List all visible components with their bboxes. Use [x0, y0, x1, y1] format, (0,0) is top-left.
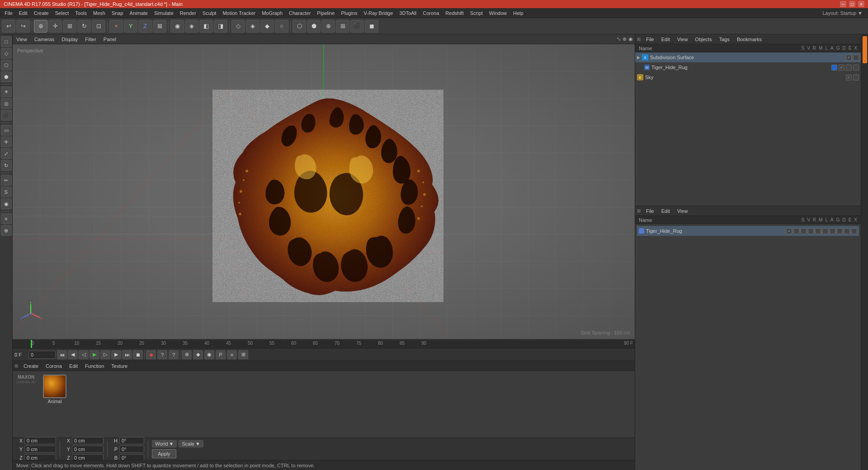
transport-play[interactable]: ▶	[90, 350, 99, 359]
attr-tiger-row[interactable]: Tiger_Hide_Rug ✓	[637, 226, 859, 236]
transport-stop[interactable]: ⏹	[133, 350, 143, 359]
menu-pipeline[interactable]: Pipeline	[314, 9, 337, 17]
material-item[interactable]: Animal	[43, 375, 66, 404]
mat-menu-function[interactable]: Function	[83, 362, 106, 370]
transport-step-back[interactable]: ◀	[68, 350, 78, 359]
object-list[interactable]: ▶ S Subdivision Surface ✓ M Tiger_Hide_R…	[635, 52, 861, 206]
menu-mesh[interactable]: Mesh	[90, 9, 108, 17]
obj-menu-bookmarks[interactable]: Bookmarks	[735, 36, 764, 43]
undo-button[interactable]: ↩	[2, 20, 15, 33]
attr-menu-view[interactable]: View	[675, 207, 690, 215]
scale-button[interactable]: ⊞	[63, 20, 76, 33]
p-input[interactable]	[119, 446, 144, 453]
point-mode-button[interactable]: ○	[275, 20, 288, 33]
xray-button[interactable]: ⬛	[350, 20, 364, 33]
attr-flag-10[interactable]	[851, 228, 857, 234]
attr-flag-9[interactable]	[844, 228, 850, 234]
edge-mode-button[interactable]: ◆	[260, 20, 274, 33]
menu-mograph[interactable]: MoGraph	[259, 9, 285, 17]
menu-corona[interactable]: Corona	[420, 9, 442, 17]
sculpt-button[interactable]: ◉	[1, 198, 12, 209]
transport-preview[interactable]: ?	[169, 350, 179, 359]
close-button[interactable]: ×	[858, 1, 864, 7]
vp-menu-filter[interactable]: Filter	[83, 36, 98, 43]
menu-create[interactable]: Create	[31, 9, 52, 17]
transport-key-frame[interactable]: ◆	[193, 350, 203, 359]
menu-file[interactable]: File	[2, 9, 15, 17]
menu-redshift[interactable]: Redshift	[443, 9, 466, 17]
light-button[interactable]: ☀	[1, 86, 12, 97]
menu-sculpt[interactable]: Sculpt	[200, 9, 219, 17]
vp-menu-cameras[interactable]: Cameras	[33, 36, 57, 43]
menu-tools[interactable]: Tools	[72, 9, 90, 17]
obj-menu-file[interactable]: File	[644, 36, 656, 43]
mat-menu-corona[interactable]: Corona	[44, 362, 64, 370]
h-input[interactable]	[119, 437, 144, 444]
menu-3dtoall[interactable]: 3DToAll	[396, 9, 419, 17]
transform-button[interactable]: ⊡	[92, 20, 105, 33]
menu-vray[interactable]: V-Ray Bridge	[361, 9, 396, 17]
attr-menu-edit[interactable]: Edit	[660, 207, 672, 215]
minimize-button[interactable]: −	[840, 1, 846, 7]
scale-dropdown[interactable]: Scale ▼	[179, 440, 203, 447]
right-strip-tab[interactable]	[863, 36, 867, 63]
mat-menu-create[interactable]: Create	[22, 362, 40, 370]
redo-button[interactable]: ↪	[16, 20, 30, 33]
grid-button[interactable]: ⊞	[336, 20, 349, 33]
attr-flag-1[interactable]: ✓	[786, 228, 792, 234]
pos-x-input[interactable]	[24, 437, 56, 444]
vp-menu-view[interactable]: View	[14, 36, 29, 43]
tiger-flag-color[interactable]	[831, 65, 837, 70]
attr-flag-3[interactable]	[801, 228, 807, 234]
pos-y-input[interactable]	[24, 446, 56, 453]
subdiv-flag-check[interactable]: ✓	[846, 55, 852, 61]
transport-pose[interactable]: P	[216, 350, 226, 359]
transport-record[interactable]: ⏺	[146, 350, 156, 359]
polygon-tool-button[interactable]: ◇	[1, 48, 12, 59]
obj-menu-view[interactable]: View	[675, 36, 690, 43]
camera-button[interactable]: ◎	[1, 98, 12, 109]
maximize-button[interactable]: □	[849, 1, 855, 7]
sky-flag-check[interactable]: ✓	[846, 75, 852, 80]
attr-flag-2[interactable]	[793, 228, 799, 234]
menu-motion-tracker[interactable]: Motion Tracker	[220, 9, 258, 17]
obj-menu-edit[interactable]: Edit	[660, 36, 672, 43]
attr-menu-file[interactable]: File	[644, 207, 656, 215]
transport-timeline[interactable]: ≡	[227, 350, 237, 359]
scene-button[interactable]: ⬛	[1, 110, 12, 121]
select-mode-button[interactable]: ⊕	[34, 20, 47, 33]
vp-icon-3[interactable]: ◉	[628, 36, 633, 42]
wireframe-button[interactable]: ⬢	[307, 20, 321, 33]
menu-animate[interactable]: Animate	[127, 9, 151, 17]
obj-menu-objects[interactable]: Objects	[693, 36, 713, 43]
menu-window[interactable]: Window	[486, 9, 509, 17]
move-button[interactable]: ✛	[48, 20, 62, 33]
timeline-bar[interactable]: 0 5 10 15 20 25 30 35 40 45 50 55 60 65 …	[13, 339, 635, 348]
menu-select[interactable]: Select	[52, 9, 72, 17]
menu-render[interactable]: Render	[177, 9, 199, 17]
attr-flag-8[interactable]	[837, 228, 843, 234]
menu-script[interactable]: Script	[467, 9, 486, 17]
transport-go-start[interactable]: ⏮	[57, 350, 67, 359]
vp-menu-display[interactable]: Display	[60, 36, 80, 43]
tiger-rug-object[interactable]	[204, 89, 443, 302]
object-mode-button[interactable]: ◇	[231, 20, 245, 33]
attr-flag-7[interactable]	[830, 228, 835, 234]
transport-auto-key[interactable]: ?	[157, 350, 167, 359]
transport-motion-path[interactable]: ⊕	[182, 350, 192, 359]
render-settings-button[interactable]: ◧	[199, 20, 213, 33]
object-tiger-hide-rug[interactable]: M Tiger_Hide_Rug ✓	[635, 62, 861, 72]
menu-snap[interactable]: Snap	[109, 9, 126, 17]
apply-button[interactable]: Apply	[152, 449, 176, 458]
vp-icon-2[interactable]: ⊕	[623, 36, 627, 42]
menu-plugins[interactable]: Plugins	[338, 9, 360, 17]
paint-button[interactable]: ✏	[1, 175, 12, 186]
transport-ik[interactable]: ◉	[204, 350, 214, 359]
vp-icon-1[interactable]: ⤡	[617, 36, 621, 42]
tiger-flag-check[interactable]: ✓	[839, 65, 844, 70]
scale-tool-button[interactable]: ⤢	[1, 148, 12, 159]
polygon-mode-button[interactable]: ◈	[246, 20, 259, 33]
mat-menu-texture[interactable]: Texture	[109, 362, 129, 370]
select-rect-button[interactable]: ▭	[1, 125, 12, 136]
material-thumbnail[interactable]	[43, 375, 66, 398]
